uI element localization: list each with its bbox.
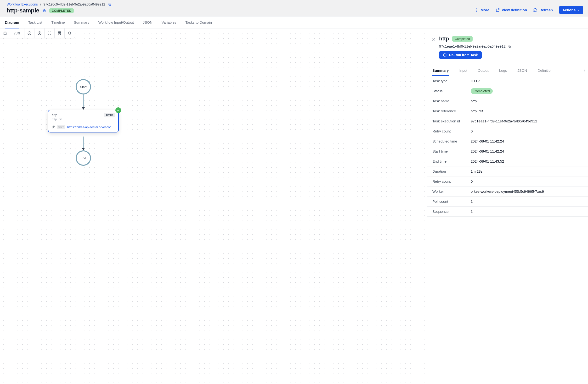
summary-row: Task namehttp: [427, 96, 588, 106]
summary-row: Task referencehttp_ref: [427, 106, 588, 116]
summary-key: Retry count: [432, 129, 471, 133]
search-button[interactable]: [65, 28, 75, 38]
close-icon[interactable]: [431, 37, 436, 41]
view-definition-label: View definition: [502, 8, 527, 12]
copy-icon[interactable]: [507, 44, 511, 48]
summary-row: Task typeHTTP: [427, 76, 588, 86]
diagram-start-node[interactable]: Start: [76, 79, 91, 95]
task-status-badge: Completed: [452, 36, 473, 42]
summary-row: Task execution id97c1eae1-4fd9-11ef-9e2a…: [427, 116, 588, 126]
actions-button[interactable]: Actions: [559, 6, 583, 14]
summary-row: Retry count0: [427, 126, 588, 136]
panel-tab-summary[interactable]: Summary: [432, 66, 449, 76]
summary-value: 1m 28s: [471, 169, 583, 173]
node-type-badge: HTTP: [104, 113, 115, 117]
actions-label: Actions: [562, 8, 576, 12]
status-pill: Completed: [471, 88, 493, 94]
summary-key: Retry count: [432, 179, 471, 183]
tab-task-list[interactable]: Task List: [28, 17, 42, 28]
page-header: Workflow Executions / 97c19cc0-4fd9-11ef…: [0, 0, 588, 17]
svg-point-15: [68, 32, 71, 35]
summary-value: 2024-08-01 11:42:24: [471, 139, 583, 143]
summary-row: Poll count1: [427, 196, 588, 207]
zoom-out-button[interactable]: [24, 28, 35, 38]
status-badge: COMPLETED: [49, 8, 74, 13]
summary-value: 97c1eae1-4fd9-11ef-9e2a-9ab0a049e912: [471, 119, 583, 123]
task-details-panel: http Completed 97c1eae1-4fd9-11ef-9e2a-9…: [427, 28, 588, 383]
tab-workflow-input-output[interactable]: Workflow Input/Output: [98, 17, 134, 28]
http-method-badge: GET: [57, 125, 65, 129]
more-icon: [475, 8, 479, 12]
panel-tab-json[interactable]: JSON: [517, 66, 527, 76]
start-label: Start: [80, 85, 86, 89]
panel-body: Task typeHTTPStatusCompletedTask namehtt…: [427, 76, 588, 383]
tab-tasks-to-domain[interactable]: Tasks to Domain: [185, 17, 212, 28]
copy-title-icon[interactable]: [42, 9, 46, 12]
refresh-icon: [533, 8, 538, 12]
home-button[interactable]: [0, 28, 10, 38]
link-icon: [52, 125, 55, 129]
task-execution-id: 97c1eae1-4fd9-11ef-9e2a-9ab0a049e912: [439, 44, 506, 48]
fit-button[interactable]: [44, 28, 55, 38]
print-button[interactable]: [55, 28, 65, 38]
panel-tab-input[interactable]: Input: [459, 66, 467, 76]
main-tabs: DiagramTask ListTimelineSummaryWorkflow …: [0, 17, 588, 28]
summary-key: Sequence: [432, 210, 471, 213]
refresh-label: Refresh: [539, 8, 553, 12]
svg-point-4: [476, 8, 477, 9]
svg-point-5: [476, 10, 477, 10]
summary-row: Start time2024-08-01 11:42:24: [427, 146, 588, 156]
summary-row: End time2024-08-01 11:43:52: [427, 156, 588, 166]
summary-value: orkes-workers-deployment-55b5c94965-7xrs…: [471, 189, 583, 193]
panel-tabs: SummaryInputOutputLogsJSONDefinition: [427, 66, 588, 76]
diagram-edge: [83, 95, 84, 108]
diagram-edge: [83, 136, 84, 149]
breadcrumb-root-link[interactable]: Workflow Executions: [7, 2, 38, 6]
summary-value: HTTP: [471, 79, 583, 83]
arrow-icon: [82, 148, 85, 150]
panel-tab-definition[interactable]: Definition: [538, 66, 553, 76]
diagram-task-node[interactable]: http http_ref HTTP GET https://orkes-api…: [48, 110, 119, 133]
summary-value: 2024-08-01 11:42:24: [471, 149, 583, 153]
view-definition-button[interactable]: View definition: [496, 8, 527, 12]
summary-key: Task reference: [432, 109, 471, 113]
copy-icon[interactable]: [107, 2, 111, 6]
tab-json[interactable]: JSON: [143, 17, 152, 28]
summary-value: 0: [471, 129, 583, 133]
summary-key: Scheduled time: [432, 139, 471, 143]
more-label: More: [481, 8, 489, 12]
breadcrumb-separator: /: [40, 2, 41, 6]
tab-diagram[interactable]: Diagram: [5, 17, 19, 28]
tab-summary[interactable]: Summary: [74, 17, 89, 28]
refresh-button[interactable]: Refresh: [533, 8, 553, 12]
summary-key: Start time: [432, 149, 471, 153]
zoom-percent[interactable]: 75%: [10, 28, 24, 38]
svg-line-16: [70, 34, 71, 35]
summary-value: http: [471, 99, 583, 103]
rerun-label: Re-Run from Task: [449, 53, 478, 57]
summary-key: Worker: [432, 189, 471, 193]
panel-tab-output[interactable]: Output: [478, 66, 489, 76]
chevron-down-icon: [577, 9, 580, 12]
summary-key: Duration: [432, 169, 471, 173]
diagram-canvas[interactable]: 75% Start: [0, 28, 427, 383]
zoom-in-button[interactable]: [35, 28, 44, 38]
more-menu[interactable]: More: [475, 8, 489, 12]
summary-value: 1: [471, 210, 583, 213]
panel-tab-logs[interactable]: Logs: [499, 66, 507, 76]
tab-variables[interactable]: Variables: [162, 17, 176, 28]
node-url[interactable]: https://orkes-api-tester.orkescondu...: [67, 125, 115, 129]
chevron-right-icon[interactable]: [582, 68, 587, 73]
summary-key: Poll count: [432, 199, 471, 204]
tab-timeline[interactable]: Timeline: [51, 17, 65, 28]
summary-value: Completed: [471, 89, 583, 93]
summary-row: Sequence1: [427, 207, 588, 217]
node-ref: http_ref: [52, 117, 62, 121]
external-link-icon: [496, 8, 500, 12]
summary-row: StatusCompleted: [427, 86, 588, 96]
rerun-button[interactable]: Re-Run from Task: [439, 51, 482, 59]
end-label: End: [81, 156, 86, 160]
summary-key: End time: [432, 159, 471, 163]
summary-row: Retry count0: [427, 176, 588, 187]
diagram-end-node[interactable]: End: [76, 150, 91, 166]
